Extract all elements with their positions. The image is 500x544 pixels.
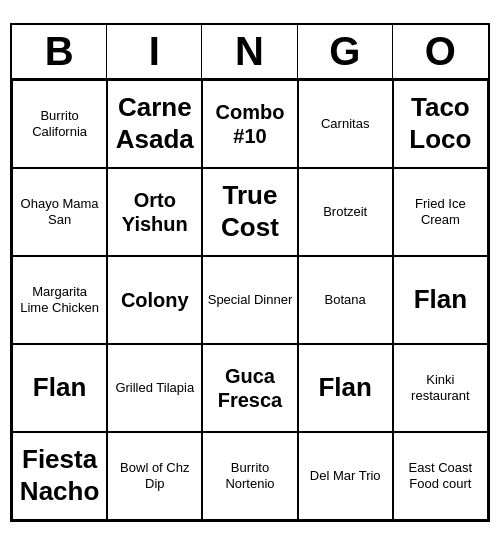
bingo-card: BINGO Burrito CaliforniaCarne AsadaCombo… (10, 23, 490, 522)
header-cell-N: N (202, 25, 297, 78)
bingo-cell-5: Ohayo Mama San (12, 168, 107, 256)
bingo-cell-0: Burrito California (12, 80, 107, 168)
bingo-cell-24: East Coast Food court (393, 432, 488, 520)
bingo-cell-11: Colony (107, 256, 202, 344)
header-cell-B: B (12, 25, 107, 78)
bingo-grid: Burrito CaliforniaCarne AsadaCombo #10Ca… (12, 80, 488, 520)
bingo-cell-21: Bowl of Chz Dip (107, 432, 202, 520)
bingo-cell-6: Orto Yishun (107, 168, 202, 256)
bingo-cell-22: Burrito Nortenio (202, 432, 297, 520)
bingo-cell-23: Del Mar Trio (298, 432, 393, 520)
bingo-header: BINGO (12, 25, 488, 80)
bingo-cell-2: Combo #10 (202, 80, 297, 168)
bingo-cell-8: Brotzeit (298, 168, 393, 256)
bingo-cell-20: Fiesta Nacho (12, 432, 107, 520)
bingo-cell-4: Taco Loco (393, 80, 488, 168)
bingo-cell-1: Carne Asada (107, 80, 202, 168)
header-cell-I: I (107, 25, 202, 78)
bingo-cell-18: Flan (298, 344, 393, 432)
header-cell-G: G (298, 25, 393, 78)
bingo-cell-14: Flan (393, 256, 488, 344)
bingo-cell-12: Special Dinner (202, 256, 297, 344)
bingo-cell-3: Carnitas (298, 80, 393, 168)
bingo-cell-15: Flan (12, 344, 107, 432)
bingo-cell-17: Guca Fresca (202, 344, 297, 432)
bingo-cell-19: Kinki restaurant (393, 344, 488, 432)
bingo-cell-13: Botana (298, 256, 393, 344)
header-cell-O: O (393, 25, 488, 78)
bingo-cell-7: True Cost (202, 168, 297, 256)
bingo-cell-10: Margarita Lime Chicken (12, 256, 107, 344)
bingo-cell-9: Fried Ice Cream (393, 168, 488, 256)
bingo-cell-16: Grilled Tilapia (107, 344, 202, 432)
